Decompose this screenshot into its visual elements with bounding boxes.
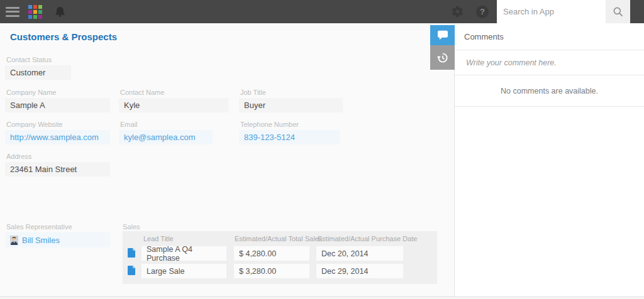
field-email: Email kyle@samplea.com bbox=[119, 121, 213, 144]
field-label: Sales Representative bbox=[6, 223, 110, 231]
field-value: 839-123-5124 bbox=[239, 130, 340, 144]
table-row[interactable]: Sample A Q4 Purchase $ 4,280.00 Dec 20, … bbox=[123, 246, 437, 261]
document-icon[interactable] bbox=[128, 248, 135, 260]
search-input[interactable] bbox=[497, 0, 606, 23]
cell-lead-title: Large Sale bbox=[142, 264, 226, 278]
cell-lead-title: Sample A Q4 Purchase bbox=[142, 246, 226, 261]
field-label: Company Name bbox=[6, 89, 110, 96]
column-header-lead-title: Lead Title bbox=[143, 235, 174, 242]
sales-rep-avatar bbox=[10, 236, 18, 245]
field-value: Customer bbox=[5, 65, 71, 80]
app-window: ? Customers & Prospects Contact Status C… bbox=[0, 0, 644, 299]
field-value: kyle@samplea.com bbox=[119, 130, 213, 144]
tab-comments[interactable] bbox=[430, 25, 455, 45]
field-value: Buyer bbox=[239, 98, 343, 112]
sales-rep-link[interactable]: Bill Smiles bbox=[22, 236, 60, 245]
field-value: Kyle bbox=[119, 98, 228, 112]
column-header-total-sales: Estimated/Actual Total Sales bbox=[235, 235, 322, 242]
sales-table: Lead Title Estimated/Actual Total Sales … bbox=[123, 231, 437, 284]
comment-input-row bbox=[455, 50, 644, 75]
field-address: Address 23461 Main Street bbox=[5, 153, 110, 177]
field-contact-status: Contact Status Customer bbox=[5, 56, 71, 80]
field-telephone: Telephone Number 839-123-5124 bbox=[239, 121, 340, 144]
comment-input[interactable] bbox=[466, 58, 630, 67]
cell-total-sales: $ 3,280.00 bbox=[234, 264, 309, 278]
document-icon[interactable] bbox=[128, 266, 135, 278]
tab-history[interactable] bbox=[430, 45, 455, 70]
cell-purchase-date: Dec 29, 2014 bbox=[316, 264, 403, 278]
email-link[interactable]: kyle@samplea.com bbox=[124, 133, 196, 142]
help-icon[interactable]: ? bbox=[476, 6, 489, 18]
notifications-bell-icon[interactable] bbox=[54, 6, 66, 18]
field-label: Company Website bbox=[6, 121, 110, 128]
comments-panel: Comments No comments are available. bbox=[454, 23, 644, 299]
field-sales-representative: Sales Representative Bill Smiles bbox=[5, 223, 110, 247]
field-label: Email bbox=[120, 121, 213, 128]
top-bar: ? bbox=[0, 0, 644, 23]
settings-gear-icon[interactable] bbox=[451, 5, 464, 18]
website-link[interactable]: http://www.samplea.com bbox=[10, 133, 99, 142]
field-value: http://www.samplea.com bbox=[5, 130, 110, 144]
speech-bubble-icon bbox=[437, 30, 448, 40]
field-label: Job Title bbox=[240, 89, 343, 96]
field-label: Contact Name bbox=[120, 89, 228, 96]
field-label: Contact Status bbox=[6, 56, 71, 63]
field-label: Telephone Number bbox=[240, 121, 340, 128]
cell-purchase-date: Dec 20, 2014 bbox=[316, 246, 403, 261]
history-clock-icon bbox=[436, 52, 449, 64]
field-label: Address bbox=[6, 153, 110, 160]
main-area: Customers & Prospects Contact Status Cus… bbox=[0, 23, 644, 299]
field-value: Bill Smiles bbox=[5, 232, 110, 247]
apps-grid-icon[interactable] bbox=[28, 5, 42, 19]
search-icon bbox=[612, 6, 625, 18]
table-row[interactable]: Large Sale $ 3,280.00 Dec 29, 2014 bbox=[123, 264, 437, 278]
record-detail: Customers & Prospects Contact Status Cus… bbox=[0, 23, 454, 299]
search-button[interactable] bbox=[606, 0, 630, 23]
comments-empty-message: No comments are available. bbox=[455, 75, 644, 107]
field-value: 23461 Main Street bbox=[5, 162, 110, 177]
menu-icon[interactable] bbox=[6, 7, 19, 17]
cell-total-sales: $ 4,280.00 bbox=[234, 246, 309, 261]
field-value: Sample A bbox=[5, 98, 110, 112]
field-company-name: Company Name Sample A bbox=[5, 89, 110, 112]
sales-section-label: Sales bbox=[123, 223, 140, 231]
field-job-title: Job Title Buyer bbox=[239, 89, 343, 112]
field-contact-name: Contact Name Kyle bbox=[119, 89, 228, 112]
page-title: Customers & Prospects bbox=[10, 31, 117, 42]
comments-title: Comments bbox=[455, 23, 644, 50]
field-company-website: Company Website http://www.samplea.com bbox=[5, 121, 110, 144]
column-header-purchase-date: Estimated/Actual Purchase Date bbox=[318, 235, 417, 242]
phone-link[interactable]: 839-123-5124 bbox=[244, 133, 295, 142]
